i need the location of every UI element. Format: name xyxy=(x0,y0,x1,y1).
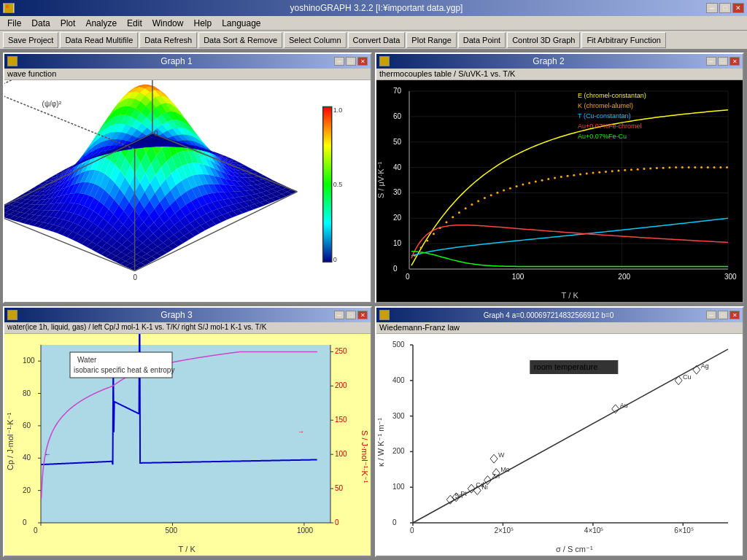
convert-data-button[interactable]: Convert Data xyxy=(348,32,406,48)
graph2-panel: Graph 2 ─ □ ✕ thermocouples table / S/uV… xyxy=(375,52,744,303)
control-3d-graph-button[interactable]: Control 3D Graph xyxy=(507,32,580,48)
graph4-icon xyxy=(379,310,390,320)
graph3-content[interactable] xyxy=(4,334,371,556)
graph4-subtitle: Wiedemann-Franz law xyxy=(376,322,743,334)
maximize-button[interactable]: □ xyxy=(719,3,731,13)
titlebar: yoshinoGRAPH 3.2.2 [I:¥important data.yg… xyxy=(0,0,747,16)
data-read-multifile-button[interactable]: Data Read Multifile xyxy=(60,32,138,48)
menu-window[interactable]: Window xyxy=(148,18,188,29)
menu-language[interactable]: Language xyxy=(217,18,265,29)
select-column-button[interactable]: Select Column xyxy=(284,32,347,48)
graph4-controls: ─ □ ✕ xyxy=(706,311,740,319)
plot-range-button[interactable]: Plot Range xyxy=(406,32,456,48)
graph1-title: Graph 1 xyxy=(19,56,334,66)
graph3-subtitle: water(ice 1h, liquid, gas) / left Cp/J m… xyxy=(4,322,371,334)
graph2-close[interactable]: ✕ xyxy=(729,57,740,66)
graph3-panel: Graph 3 ─ □ ✕ water(ice 1h, liquid, gas)… xyxy=(3,306,372,557)
data-refresh-button[interactable]: Data Refresh xyxy=(139,32,197,48)
menu-edit[interactable]: Edit xyxy=(123,18,147,29)
graph1-panel: Graph 1 ─ □ ✕ wave function xyxy=(3,52,372,303)
graph1-icon xyxy=(7,56,18,66)
graph4-minimize[interactable]: ─ xyxy=(706,311,716,319)
graph1-titlebar: Graph 1 ─ □ ✕ xyxy=(4,54,371,69)
graph3-title: Graph 3 xyxy=(19,310,334,320)
menu-analyze[interactable]: Analyze xyxy=(81,18,121,29)
graph3-titlebar: Graph 3 ─ □ ✕ xyxy=(4,308,371,322)
graph3-close[interactable]: ✕ xyxy=(357,311,368,319)
minimize-button[interactable]: ─ xyxy=(706,3,718,13)
graph1-content[interactable] xyxy=(4,80,371,302)
graph4-close[interactable]: ✕ xyxy=(729,311,740,319)
toolbar: Save Project Data Read Multifile Data Re… xyxy=(0,31,747,50)
window-controls: ─ □ ✕ xyxy=(706,3,744,13)
close-button[interactable]: ✕ xyxy=(732,3,744,13)
save-project-button[interactable]: Save Project xyxy=(3,32,58,48)
graph4-titlebar: Graph 4 a=0.000697214832566912 b=0 ─ □ ✕ xyxy=(376,308,743,322)
graph2-minimize[interactable]: ─ xyxy=(706,57,716,66)
graph1-maximize[interactable]: □ xyxy=(346,57,356,66)
graph2-content[interactable] xyxy=(376,80,743,302)
graph4-maximize[interactable]: □ xyxy=(718,311,728,319)
menubar: File Data Plot Analyze Edit Window Help … xyxy=(0,16,747,31)
window-title: yoshinoGRAPH 3.2.2 [I:¥important data.yg… xyxy=(47,3,706,13)
graph4-content[interactable] xyxy=(376,334,743,556)
graph4-title: Graph 4 a=0.000697214832566912 b=0 xyxy=(391,311,706,319)
graph2-icon xyxy=(379,56,390,66)
graph2-subtitle: thermocouples table / S/uVK-1 vs. T/K xyxy=(376,69,743,80)
graph1-controls: ─ □ ✕ xyxy=(334,57,368,66)
graph3-maximize[interactable]: □ xyxy=(346,311,356,319)
data-point-button[interactable]: Data Point xyxy=(458,32,506,48)
menu-plot[interactable]: Plot xyxy=(56,18,80,29)
graph1-subtitle: wave function xyxy=(4,69,371,80)
app-icon xyxy=(3,3,15,13)
graph2-title: Graph 2 xyxy=(391,56,706,66)
graph2-controls: ─ □ ✕ xyxy=(706,57,740,66)
graph1-close[interactable]: ✕ xyxy=(357,57,368,66)
svg-rect-1 xyxy=(6,5,9,8)
data-sort-remove-button[interactable]: Data Sort & Remove xyxy=(198,32,282,48)
graph2-maximize[interactable]: □ xyxy=(718,57,728,66)
graph4-panel: Graph 4 a=0.000697214832566912 b=0 ─ □ ✕… xyxy=(375,306,744,557)
fit-arbitrary-function-button[interactable]: Fit Arbitrary Function xyxy=(581,32,665,48)
menu-data[interactable]: Data xyxy=(27,18,54,29)
menu-file[interactable]: File xyxy=(3,18,26,29)
graph1-minimize[interactable]: ─ xyxy=(334,57,344,66)
graph2-titlebar: Graph 2 ─ □ ✕ xyxy=(376,54,743,69)
main-area: Graph 1 ─ □ ✕ wave function Graph 2 ─ □ … xyxy=(0,50,747,560)
graph3-icon xyxy=(7,310,18,320)
graph3-minimize[interactable]: ─ xyxy=(334,311,344,319)
menu-help[interactable]: Help xyxy=(189,18,216,29)
graph3-controls: ─ □ ✕ xyxy=(334,311,368,319)
